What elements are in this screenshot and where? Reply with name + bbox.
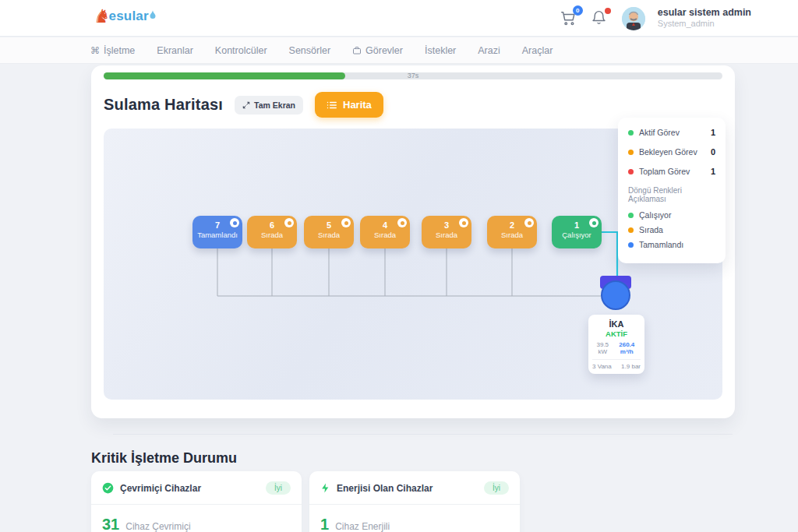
cycle-node-7[interactable]: 7 Tamamlandı	[192, 216, 242, 248]
node-status: Çalışıyor	[552, 231, 602, 240]
notification-dot	[605, 8, 611, 14]
command-icon: ⌘	[90, 45, 100, 56]
expand-icon	[242, 101, 250, 109]
nav-item-araclar[interactable]: Araçlar	[522, 45, 553, 56]
cart-button[interactable]: 0	[560, 9, 578, 28]
status-badge: İyi	[484, 481, 509, 495]
powered-count: 1	[320, 516, 329, 532]
horse-logo-icon: ♞	[94, 7, 111, 26]
user-avatar[interactable]	[622, 7, 645, 30]
water-drop-icon	[150, 10, 156, 19]
red-dot-icon	[628, 169, 634, 174]
legend-stat-waiting: Bekleyen Görev 0	[628, 147, 715, 157]
critical-status-title: Kritik İşletme Durumu	[91, 450, 237, 467]
node-status: Sırada	[360, 231, 410, 240]
legend-cycle-running: Çalışıyor	[628, 210, 715, 220]
device-flow: 260.4 m³/h	[613, 341, 641, 355]
green-dot-icon	[628, 213, 634, 218]
status-badge-icon	[284, 218, 294, 227]
pump-icon[interactable]	[601, 280, 630, 310]
powered-label: Cihaz Enerjili	[335, 521, 390, 532]
nav-item-ekranlar[interactable]: Ekranlar	[157, 45, 193, 56]
cart-count-badge: 0	[573, 5, 583, 16]
map-button-label: Harita	[343, 99, 372, 111]
nav-item-arazi[interactable]: Arazi	[478, 45, 500, 56]
nav-label: Görevler	[365, 45, 403, 56]
legend-panel: Aktif Görev 1 Bekleyen Görev 0 Toplam Gö…	[618, 118, 726, 263]
fullscreen-button[interactable]: Tam Ekran	[235, 96, 303, 115]
legend-value: 1	[711, 128, 715, 137]
nav-label: Ekranlar	[157, 45, 193, 56]
section-divider	[113, 434, 733, 435]
node-status: Tamamlandı	[192, 231, 242, 240]
logo-text: esular	[109, 9, 149, 24]
bolt-icon	[320, 482, 330, 494]
nav-item-isletme[interactable]: ⌘ İşletme	[90, 45, 135, 56]
legend-section-title: Döngü Renkleri Açıklaması	[628, 186, 715, 203]
online-label: Cihaz Çevrimiçi	[125, 521, 190, 532]
map-button[interactable]: Harita	[315, 92, 383, 118]
node-status: Sırada	[247, 231, 297, 240]
node-status: Sırada	[304, 231, 354, 240]
progress-time-label: 37s	[104, 72, 722, 79]
node-status: Sırada	[422, 231, 471, 240]
nav-item-gorevler[interactable]: Görevler	[352, 45, 403, 56]
device-info-card[interactable]: İKA AKTİF 39.5 kW 260.4 m³/h 3 Vana 1.9 …	[588, 315, 644, 374]
nav-label: İşletme	[104, 45, 135, 56]
nav-label: Kontrolcüler	[215, 45, 267, 56]
check-circle-icon	[102, 482, 114, 494]
legend-stat-total: Toplam Görev 1	[628, 167, 715, 176]
main-nav: ⌘ İşletme Ekranlar Kontrolcüler Sensörle…	[0, 37, 798, 64]
avatar-image	[622, 7, 645, 30]
page-title: Sulama Haritası	[104, 96, 223, 114]
nav-item-istekler[interactable]: İstekler	[425, 45, 456, 56]
legend-cycle-completed: Tamamlandı	[628, 240, 715, 249]
cycle-progress-bar: 37s	[104, 72, 722, 79]
legend-stat-active: Aktif Görev 1	[628, 128, 715, 137]
status-badge: İyi	[266, 481, 291, 495]
device-status: AKTİF	[592, 329, 641, 338]
device-valves: 3 Vana	[592, 363, 612, 370]
legend-value: 0	[711, 147, 715, 157]
status-badge-icon	[397, 218, 407, 227]
cycle-node-5[interactable]: 5 Sırada	[304, 216, 354, 248]
nav-label: Sensörler	[289, 45, 331, 56]
legend-label: Aktif Görev	[639, 128, 705, 137]
irrigation-map-card: 37s Sulama Haritası Tam Ekran Harita 7 T…	[91, 65, 735, 418]
notifications-button[interactable]	[591, 9, 609, 28]
device-pressure: 1.9 bar	[621, 363, 641, 370]
user-role: System_admin	[658, 19, 751, 30]
cycle-node-4[interactable]: 4 Sırada	[360, 216, 410, 248]
briefcase-icon	[352, 46, 362, 55]
card-title: Enerjisi Olan Cihazlar	[337, 483, 478, 494]
user-name: esular sistem admin	[658, 7, 751, 19]
online-count: 31	[102, 516, 119, 532]
orange-dot-icon	[628, 227, 634, 233]
app-logo[interactable]: ♞ esular	[94, 7, 156, 26]
cycle-node-2[interactable]: 2 Sırada	[487, 216, 537, 248]
top-header: ♞ esular 0 esular sistem admin System_ad…	[0, 0, 798, 37]
blue-dot-icon	[628, 242, 634, 248]
cycle-node-6[interactable]: 6 Sırada	[247, 216, 297, 248]
nav-item-sensorler[interactable]: Sensörler	[289, 45, 331, 56]
device-name: İKA	[592, 319, 641, 329]
legend-label: Sırada	[639, 225, 715, 234]
user-menu[interactable]: esular sistem admin System_admin	[658, 7, 751, 30]
orange-dot-icon	[628, 150, 634, 155]
fullscreen-label: Tam Ekran	[254, 100, 295, 110]
cycle-node-3[interactable]: 3 Sırada	[422, 216, 471, 248]
nav-item-kontrolculer[interactable]: Kontrolcüler	[215, 45, 267, 56]
legend-label: Toplam Görev	[639, 167, 705, 176]
nav-label: İstekler	[425, 45, 456, 56]
nav-label: Arazi	[478, 45, 500, 56]
device-power: 39.5 kW	[592, 341, 613, 355]
status-badge-icon	[341, 218, 351, 227]
online-devices-card: Çevrimiçi Cihazlar İyi 31 Cihaz Çevrimiç…	[91, 471, 302, 532]
cycle-node-1[interactable]: 1 Çalışıyor	[552, 216, 602, 248]
legend-label: Çalışıyor	[639, 210, 715, 220]
legend-label: Bekleyen Görev	[639, 147, 705, 157]
legend-value: 1	[711, 167, 715, 176]
status-badge-icon	[459, 218, 468, 227]
status-badge-icon	[589, 218, 598, 227]
nav-label: Araçlar	[522, 45, 553, 56]
